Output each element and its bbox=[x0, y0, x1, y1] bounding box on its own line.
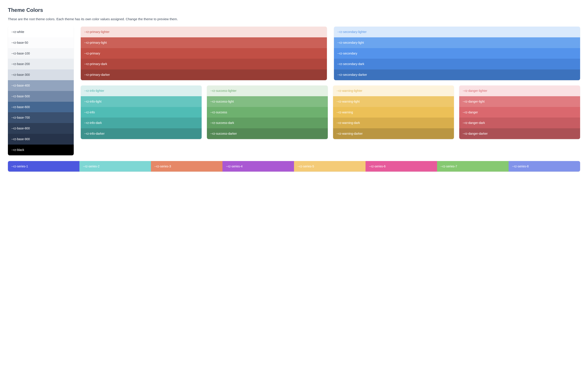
color-swatch-label: --rz-success-light bbox=[211, 100, 234, 103]
color-swatch: --rz-success bbox=[207, 107, 328, 118]
color-swatch-label: --rz-info-lighter bbox=[84, 89, 104, 93]
color-swatch: --rz-base-100 bbox=[8, 48, 74, 59]
color-swatch: --rz-black bbox=[8, 145, 74, 155]
color-swatch: --rz-primary bbox=[81, 48, 327, 59]
color-swatch: --rz-warning-darker bbox=[333, 128, 454, 139]
color-swatch-label: --rz-base-700 bbox=[11, 116, 30, 119]
color-swatch: --rz-info-light bbox=[81, 96, 202, 107]
color-swatch: --rz-series-6 bbox=[366, 161, 437, 172]
color-swatch: --rz-danger-light bbox=[459, 96, 580, 107]
color-swatch-label: --rz-info-light bbox=[84, 100, 101, 103]
color-swatch-label: --rz-white bbox=[11, 30, 24, 34]
color-swatch: --rz-base-300 bbox=[8, 70, 74, 80]
color-swatch: --rz-warning-lighter bbox=[333, 85, 454, 96]
color-swatch: --rz-series-4 bbox=[222, 161, 294, 172]
color-swatch-label: --rz-info bbox=[84, 110, 95, 114]
color-swatch-label: --rz-info-dark bbox=[84, 121, 102, 125]
color-swatch-label: --rz-success-darker bbox=[211, 132, 237, 135]
primary-color-card: --rz-primary-lighter--rz-primary-light--… bbox=[81, 27, 327, 80]
color-swatch: --rz-info bbox=[81, 107, 202, 118]
color-swatch-label: --rz-series-2 bbox=[83, 165, 100, 168]
status-color-row: --rz-info-lighter--rz-info-light--rz-inf… bbox=[81, 85, 580, 139]
color-swatch-label: --rz-success-dark bbox=[211, 121, 234, 125]
color-swatch-label: --rz-base-200 bbox=[11, 62, 30, 66]
color-swatch-label: --rz-secondary-lighter bbox=[337, 30, 367, 34]
color-swatch-label: --rz-primary-lighter bbox=[84, 30, 110, 34]
color-swatch: --rz-info-lighter bbox=[81, 85, 202, 96]
right-column: --rz-primary-lighter--rz-primary-light--… bbox=[81, 27, 580, 139]
color-swatch-label: --rz-warning bbox=[337, 110, 353, 114]
warning-color-card: --rz-warning-lighter--rz-warning-light--… bbox=[333, 85, 454, 139]
color-swatch-label: --rz-warning-light bbox=[337, 100, 360, 103]
color-swatch: --rz-warning-dark bbox=[333, 118, 454, 128]
color-swatch-label: --rz-series-4 bbox=[226, 165, 243, 168]
color-swatch: --rz-success-dark bbox=[207, 118, 328, 128]
color-swatch: --rz-danger-lighter bbox=[459, 85, 580, 96]
color-swatch: --rz-secondary-lighter bbox=[334, 27, 580, 37]
color-swatch-label: --rz-series-8 bbox=[512, 165, 529, 168]
color-swatch: --rz-series-3 bbox=[151, 161, 222, 172]
color-swatch-label: --rz-warning-dark bbox=[337, 121, 360, 125]
color-swatch-label: --rz-success-lighter bbox=[211, 89, 236, 93]
color-swatch: --rz-warning-light bbox=[333, 96, 454, 107]
color-swatch-label: --rz-primary-dark bbox=[84, 62, 107, 66]
color-swatch-label: --rz-success bbox=[211, 110, 227, 114]
palette-top-row: --rz-white--rz-base-50--rz-base-100--rz-… bbox=[8, 27, 580, 155]
color-swatch: --rz-secondary-darker bbox=[334, 70, 580, 80]
color-swatch-label: --rz-danger bbox=[463, 110, 478, 114]
color-swatch-label: --rz-base-300 bbox=[11, 73, 30, 76]
color-swatch-label: --rz-base-900 bbox=[11, 137, 30, 141]
color-swatch-label: --rz-info-darker bbox=[84, 132, 105, 135]
color-swatch-label: --rz-base-800 bbox=[11, 127, 30, 130]
color-swatch: --rz-secondary bbox=[334, 48, 580, 59]
color-swatch: --rz-base-400 bbox=[8, 80, 74, 91]
color-swatch-label: --rz-base-400 bbox=[11, 84, 30, 87]
danger-color-card: --rz-danger-lighter--rz-danger-light--rz… bbox=[459, 85, 580, 139]
color-swatch: --rz-primary-lighter bbox=[81, 27, 327, 37]
color-swatch-label: --rz-danger-lighter bbox=[463, 89, 487, 93]
color-swatch: --rz-base-900 bbox=[8, 134, 74, 145]
color-swatch: --rz-series-1 bbox=[8, 161, 79, 172]
color-swatch-label: --rz-danger-dark bbox=[463, 121, 485, 125]
color-swatch: --rz-series-7 bbox=[437, 161, 509, 172]
color-swatch: --rz-series-5 bbox=[294, 161, 366, 172]
color-swatch: --rz-series-8 bbox=[509, 161, 580, 172]
color-swatch-label: --rz-series-7 bbox=[441, 165, 457, 168]
color-swatch: --rz-secondary-light bbox=[334, 37, 580, 48]
series-color-card: --rz-series-1--rz-series-2--rz-series-3-… bbox=[8, 161, 580, 172]
color-swatch: --rz-secondary-dark bbox=[334, 59, 580, 70]
color-swatch: --rz-danger-dark bbox=[459, 118, 580, 128]
color-swatch-label: --rz-warning-darker bbox=[337, 132, 363, 135]
color-swatch: --rz-base-500 bbox=[8, 91, 74, 102]
color-swatch: --rz-primary-light bbox=[81, 37, 327, 48]
color-swatch-label: --rz-warning-lighter bbox=[337, 89, 362, 93]
color-swatch-label: --rz-series-1 bbox=[11, 165, 28, 168]
color-swatch-label: --rz-secondary bbox=[337, 52, 357, 55]
info-color-card: --rz-info-lighter--rz-info-light--rz-inf… bbox=[81, 85, 202, 139]
color-swatch-label: --rz-base-100 bbox=[11, 52, 30, 55]
color-swatch-label: --rz-primary-light bbox=[84, 41, 107, 44]
color-swatch-label: --rz-base-50 bbox=[11, 41, 28, 44]
color-swatch: --rz-base-50 bbox=[8, 37, 74, 48]
color-swatch: --rz-primary-dark bbox=[81, 59, 327, 70]
color-swatch-label: --rz-danger-darker bbox=[463, 132, 488, 135]
color-swatch-label: --rz-secondary-light bbox=[337, 41, 364, 44]
color-swatch: --rz-danger-darker bbox=[459, 128, 580, 139]
color-swatch-label: --rz-series-5 bbox=[298, 165, 314, 168]
page-title: Theme Colors bbox=[8, 7, 580, 13]
color-swatch: --rz-success-darker bbox=[207, 128, 328, 139]
color-swatch-label: --rz-series-3 bbox=[155, 165, 171, 168]
color-swatch: --rz-base-700 bbox=[8, 112, 74, 123]
base-color-card: --rz-white--rz-base-50--rz-base-100--rz-… bbox=[8, 27, 74, 155]
color-swatch-label: --rz-primary-darker bbox=[84, 73, 110, 76]
color-swatch: --rz-series-2 bbox=[79, 161, 151, 172]
color-swatch-label: --rz-secondary-dark bbox=[337, 62, 364, 66]
color-swatch: --rz-primary-darker bbox=[81, 70, 327, 80]
color-swatch: --rz-success-light bbox=[207, 96, 328, 107]
secondary-color-card: --rz-secondary-lighter--rz-secondary-lig… bbox=[334, 27, 580, 80]
color-swatch: --rz-info-dark bbox=[81, 118, 202, 128]
success-color-card: --rz-success-lighter--rz-success-light--… bbox=[207, 85, 328, 139]
color-swatch-label: --rz-base-600 bbox=[11, 105, 30, 109]
color-swatch-label: --rz-danger-light bbox=[463, 100, 485, 103]
primary-secondary-row: --rz-primary-lighter--rz-primary-light--… bbox=[81, 27, 580, 80]
